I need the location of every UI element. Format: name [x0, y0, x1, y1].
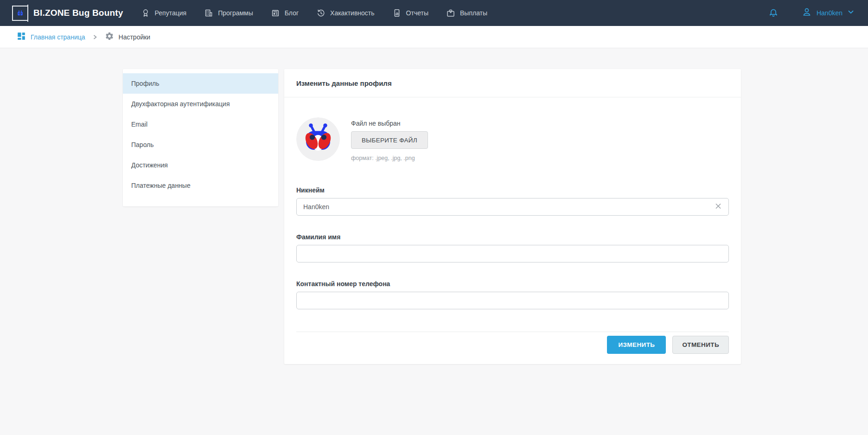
phone-input[interactable] — [296, 292, 729, 309]
nav-item-programs[interactable]: Программы — [204, 8, 253, 18]
navbar-right: Han0ken — [768, 6, 855, 19]
sidebar-item-password[interactable]: Пароль — [123, 134, 278, 155]
history-icon — [316, 8, 326, 18]
content-area: Профиль Двухфакторная аутентификация Ema… — [0, 48, 868, 364]
sidebar-item-email[interactable]: Email — [123, 114, 278, 134]
phone-field-group: Контактный номер телефона — [296, 280, 729, 309]
breadcrumb: Главная страница Настройки — [0, 26, 868, 48]
panel-body: Файл не выбран ВЫБЕРИТЕ ФАЙЛ формат: .jp… — [284, 97, 741, 364]
report-icon — [392, 8, 402, 18]
top-navbar: BI.ZONE Bug Bounty Репутация — [0, 0, 868, 26]
bizone-logo-icon — [12, 6, 27, 21]
avatar — [296, 117, 340, 161]
nav-item-hacktivity[interactable]: Хакактивность — [316, 8, 375, 18]
file-status: Файл не выбран — [351, 120, 428, 127]
file-upload-controls: Файл не выбран ВЫБЕРИТЕ ФАЙЛ формат: .jp… — [351, 117, 428, 161]
brand-logo[interactable]: BI.ZONE Bug Bounty — [12, 5, 123, 22]
gear-icon — [105, 32, 114, 43]
sidebar-item-payment-data[interactable]: Платежные данные — [123, 175, 278, 196]
nav-item-reports[interactable]: Отчеты — [392, 8, 428, 18]
breadcrumb-current: Настройки — [105, 32, 151, 43]
breadcrumb-home[interactable]: Главная страница — [17, 32, 85, 43]
building-icon — [204, 8, 213, 18]
avatar-upload-section: Файл не выбран ВЫБЕРИТЕ ФАЙЛ формат: .jp… — [296, 117, 729, 161]
nickname-label: Никнейм — [296, 186, 729, 194]
fullname-input[interactable] — [296, 245, 729, 262]
breadcrumb-current-label: Настройки — [119, 33, 151, 41]
choose-file-button[interactable]: ВЫБЕРИТЕ ФАЙЛ — [351, 131, 428, 149]
profile-settings-panel: Изменить данные профиля — [284, 69, 741, 364]
panel-header: Изменить данные профиля — [284, 69, 741, 97]
notifications-bell-icon[interactable] — [768, 7, 779, 19]
nickname-input[interactable] — [296, 198, 729, 216]
close-icon — [714, 202, 722, 212]
clear-nickname-button[interactable] — [712, 200, 724, 214]
chevron-down-icon — [847, 8, 855, 18]
main-nav: Репутация Программы — [141, 8, 488, 18]
submit-button[interactable]: ИЗМЕНИТЬ — [607, 336, 666, 354]
logo-divider — [27, 5, 28, 22]
briefcase-icon — [446, 8, 455, 18]
cancel-button[interactable]: ОТМЕНИТЬ — [672, 336, 729, 354]
fullname-field-group: Фамилия имя — [296, 233, 729, 262]
dashboard-tiles-icon — [17, 32, 26, 43]
form-actions: ИЗМЕНИТЬ ОТМЕНИТЬ — [296, 332, 729, 356]
newspaper-icon — [271, 8, 280, 18]
nickname-field-group: Никнейм — [296, 186, 729, 216]
sidebar-item-achievements[interactable]: Достижения — [123, 155, 278, 175]
medal-icon — [141, 8, 150, 18]
chevron-right-icon — [92, 34, 98, 40]
nav-item-reputation[interactable]: Репутация — [141, 8, 187, 18]
sidebar-item-profile[interactable]: Профиль — [123, 73, 278, 94]
file-formats-hint: формат: .jpeg, .jpg, .png — [351, 155, 428, 161]
sidebar-item-2fa[interactable]: Двухфакторная аутентификация — [123, 94, 278, 114]
phone-label: Контактный номер телефона — [296, 280, 729, 288]
nav-item-blog[interactable]: Блог — [271, 8, 299, 18]
nav-item-payouts[interactable]: Выплаты — [446, 8, 487, 18]
breadcrumb-home-link[interactable]: Главная страница — [31, 33, 85, 41]
fullname-label: Фамилия имя — [296, 233, 729, 241]
brand-name: BI.ZONE Bug Bounty — [33, 8, 123, 18]
user-menu[interactable]: Han0ken — [801, 6, 855, 19]
user-icon — [801, 6, 812, 19]
panel-title: Изменить данные профиля — [296, 79, 392, 87]
user-name: Han0ken — [817, 9, 842, 17]
settings-sidebar: Профиль Двухфакторная аутентификация Ema… — [123, 69, 278, 206]
